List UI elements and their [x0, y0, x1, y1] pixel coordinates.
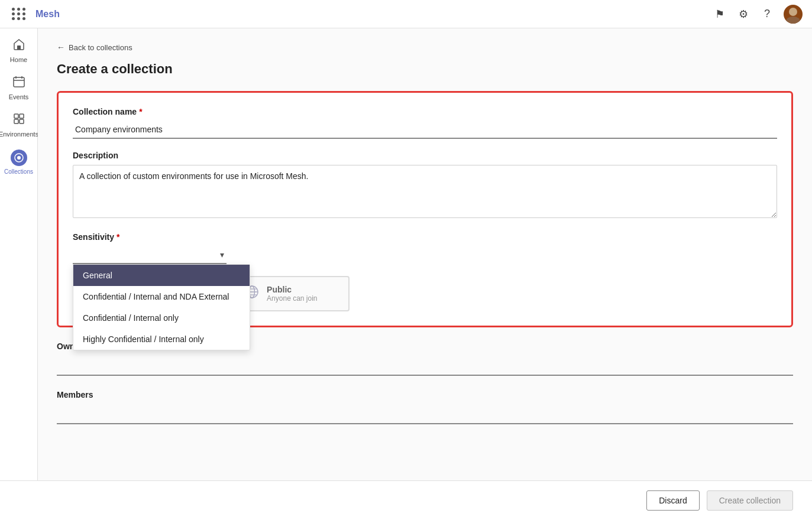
description-field-group: Description A collection of custom envir… — [73, 151, 777, 220]
chevron-down-icon: ▾ — [220, 250, 224, 259]
environments-icon — [12, 112, 25, 128]
required-star: * — [139, 107, 142, 116]
sensitivity-select[interactable]: ▾ — [73, 246, 227, 264]
content-area: ← Back to collections Create a collectio… — [38, 28, 812, 480]
sensitivity-wrapper: ▾ General Confidential / Internal and ND… — [73, 246, 777, 264]
sidebar-events-label: Events — [9, 93, 29, 100]
dropdown-item-highly-confidential[interactable]: Highly Confidential / Internal only — [73, 329, 250, 350]
sensitivity-required-star: * — [117, 232, 119, 242]
collection-name-label: Collection name * — [73, 107, 777, 116]
privacy-public-text: Public Anyone can join — [267, 285, 317, 303]
sidebar-home-label: Home — [10, 56, 27, 63]
sidebar-item-home[interactable]: Home — [2, 33, 35, 68]
collection-name-field-group: Collection name * — [73, 107, 777, 139]
svg-rect-9 — [14, 119, 18, 124]
svg-point-0 — [789, 8, 797, 16]
back-link[interactable]: ← Back to collections — [57, 43, 793, 52]
topbar-left: Mesh — [9, 5, 60, 22]
sidebar-item-events[interactable]: Events — [2, 70, 35, 105]
svg-rect-10 — [20, 119, 24, 124]
sensitivity-label: Sensitivity * — [73, 232, 777, 242]
owners-input[interactable] — [57, 356, 793, 376]
app-name: Mesh — [35, 9, 60, 20]
sensitivity-field-group: Sensitivity * ▾ General Confidential / I… — [73, 232, 777, 264]
home-icon — [12, 38, 25, 54]
sensitivity-dropdown-menu: General Confidential / Internal and NDA … — [73, 264, 250, 350]
back-link-text: Back to collections — [69, 43, 132, 52]
topbar-right: ⚑ ⚙ ? — [713, 5, 803, 24]
members-section: Members — [57, 390, 793, 424]
topbar: Mesh ⚑ ⚙ ? — [0, 0, 812, 28]
collection-name-input[interactable] — [73, 121, 777, 139]
gear-icon[interactable]: ⚙ — [736, 7, 750, 21]
svg-rect-2 — [17, 46, 21, 50]
svg-rect-8 — [20, 114, 24, 118]
page-title: Create a collection — [57, 61, 793, 77]
events-icon — [12, 75, 25, 91]
svg-point-1 — [786, 17, 800, 24]
footer: Discard Create collection — [0, 480, 812, 520]
app-launcher-icon[interactable] — [9, 5, 28, 22]
members-input[interactable] — [57, 404, 793, 424]
privacy-public-label: Public — [267, 285, 317, 294]
back-arrow-icon: ← — [57, 43, 65, 52]
dropdown-item-confidential-nda[interactable]: Confidential / Internal and NDA External — [73, 286, 250, 307]
members-label: Members — [57, 390, 793, 399]
svg-rect-3 — [14, 77, 24, 87]
privacy-public-desc: Anyone can join — [267, 294, 317, 303]
flag-icon[interactable]: ⚑ — [713, 7, 727, 21]
svg-point-12 — [17, 156, 21, 160]
sidebar-item-environments[interactable]: Environments — [2, 108, 35, 142]
dropdown-item-confidential-internal[interactable]: Confidential / Internal only — [73, 307, 250, 329]
main-layout: Home Events Envi — [0, 28, 812, 480]
create-collection-button[interactable]: Create collection — [707, 490, 793, 511]
avatar[interactable] — [784, 5, 803, 24]
sidebar-environments-label: Environments — [0, 131, 38, 138]
collections-icon — [11, 150, 27, 166]
discard-button[interactable]: Discard — [646, 490, 699, 511]
description-label: Description — [73, 151, 777, 160]
sidebar-item-collections[interactable]: Collections — [2, 145, 35, 180]
description-textarea[interactable]: A collection of custom environments for … — [73, 165, 777, 218]
svg-rect-7 — [14, 114, 18, 118]
dropdown-item-general[interactable]: General — [73, 265, 250, 286]
sidebar-collections-label: Collections — [4, 168, 33, 175]
sidebar: Home Events Envi — [0, 28, 38, 480]
help-icon[interactable]: ? — [760, 7, 774, 21]
form-card: Collection name * Description A collecti… — [57, 91, 793, 327]
